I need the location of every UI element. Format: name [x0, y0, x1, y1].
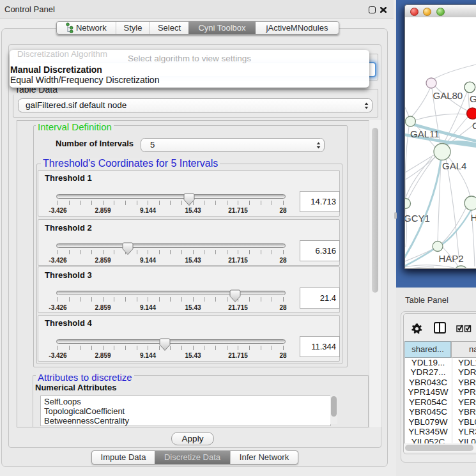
svg-text:GAL80: GAL80 [433, 90, 463, 101]
svg-text:GAL4: GAL4 [442, 160, 466, 171]
svg-text:GAL11: GAL11 [410, 128, 440, 139]
svg-text:HAP2: HAP2 [439, 253, 464, 264]
svg-text:H: H [471, 212, 476, 223]
svg-text:C: C [472, 120, 476, 131]
svg-text:GAL: GAL [470, 93, 476, 104]
svg-text:GCY1: GCY1 [405, 213, 430, 224]
